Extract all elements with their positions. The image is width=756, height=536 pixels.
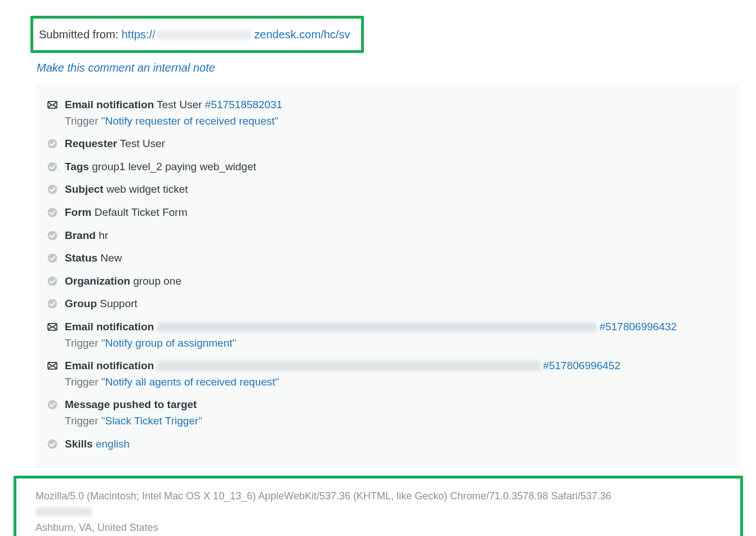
event-line1: Group Support — [65, 296, 730, 312]
trigger-link[interactable]: Notify group of assignment — [105, 337, 233, 349]
event-label: Requester — [65, 138, 117, 149]
svg-point-4 — [48, 208, 57, 218]
event-label: Tags — [65, 161, 89, 172]
check-icon — [47, 230, 58, 241]
event-value: web widget ticket — [106, 183, 188, 195]
check-icon — [47, 399, 58, 410]
event-body: Email notification Test User #5175185820… — [65, 98, 730, 129]
make-internal-note-link[interactable]: Make this comment an internal note — [37, 61, 215, 74]
trigger-label: Trigger — [65, 337, 98, 349]
event-line1: Message pushed to target — [65, 397, 730, 413]
event-label: Form — [65, 206, 92, 218]
ticket-events-section: Submitted from: https:// zendesk.com/hc/… — [0, 0, 756, 536]
requester-location: Ashburn, VA, United States — [35, 520, 729, 536]
submitted-from-row: Submitted from: https:// zendesk.com/hc/… — [39, 26, 350, 42]
event-row: Email notification Test User #5175185820… — [47, 94, 730, 132]
event-trigger-line: Trigger "Notify all agents of received r… — [65, 375, 730, 390]
svg-point-7 — [48, 276, 57, 286]
event-line1: Organization group one — [65, 274, 730, 289]
event-value: Test User — [157, 99, 202, 110]
requester-meta-highlight: Mozilla/5.0 (Macintosh; Intel Mac OS X 1… — [14, 476, 743, 536]
event-trigger-line: Trigger "Notify group of assignment" — [65, 336, 730, 351]
event-label: Status — [65, 252, 97, 264]
trigger-link[interactable]: Notify all agents of received request — [105, 376, 275, 388]
event-label: Email notification — [65, 360, 154, 371]
event-body: Message pushed to targetTrigger "Slack T… — [65, 397, 730, 428]
event-value: New — [100, 252, 122, 264]
event-label: Group — [65, 298, 97, 309]
event-row: Subject web widget ticket — [47, 178, 730, 201]
redacted-recipients — [157, 322, 597, 332]
svg-point-2 — [48, 162, 57, 171]
event-line1: Skills english — [65, 437, 730, 452]
event-row: Status New — [47, 247, 730, 270]
event-value: hr — [99, 229, 108, 241]
mail-icon — [47, 99, 58, 110]
check-icon — [47, 207, 58, 218]
check-icon — [47, 184, 58, 195]
event-label: Email notification — [65, 99, 154, 110]
event-body: Brand hr — [65, 228, 730, 243]
mail-icon — [47, 321, 58, 333]
svg-point-11 — [48, 400, 57, 410]
event-id-link[interactable]: #517518582031 — [205, 99, 282, 110]
event-value: Support — [100, 298, 137, 309]
event-body: Subject web widget ticket — [65, 182, 730, 197]
svg-point-5 — [48, 231, 57, 240]
check-icon — [47, 438, 58, 450]
svg-point-1 — [48, 139, 57, 149]
user-agent: Mozilla/5.0 (Macintosh; Intel Mac OS X 1… — [35, 489, 729, 504]
trigger-label: Trigger — [65, 115, 98, 127]
submitted-from-url[interactable]: https:// zendesk.com/hc/sv — [122, 28, 350, 41]
check-icon — [47, 161, 58, 172]
event-label: Message pushed to target — [65, 398, 197, 410]
event-value: group1 level_2 paying web_widget — [92, 161, 256, 172]
event-body: Tags group1 level_2 paying web_widget — [65, 160, 730, 175]
event-row: Skills english — [47, 433, 730, 456]
event-trigger-line: Trigger "Slack Ticket Trigger" — [65, 414, 730, 429]
event-body: Skills english — [65, 437, 730, 452]
event-label: Email notification — [65, 321, 154, 333]
events-panel: Email notification Test User #5175185820… — [37, 83, 740, 468]
event-body: Requester Test User — [65, 136, 730, 152]
check-icon — [47, 253, 58, 264]
requester-ip — [35, 504, 729, 520]
mail-icon — [47, 360, 58, 371]
event-line1: Requester Test User — [65, 136, 730, 152]
svg-point-6 — [48, 254, 57, 263]
check-icon — [47, 276, 58, 287]
event-row: Organization group one — [47, 270, 730, 293]
event-body: Email notification #517806996452Trigger … — [65, 358, 730, 389]
event-line1: Brand hr — [65, 228, 730, 243]
event-body: Organization group one — [65, 274, 730, 289]
event-value: Test User — [120, 138, 165, 149]
event-id-link[interactable]: #517806996432 — [599, 321, 677, 333]
event-body: Form Default Ticket Form — [65, 205, 730, 220]
event-label: Brand — [65, 229, 96, 241]
trigger-link[interactable]: Notify requester of received request — [105, 115, 275, 127]
event-line1: Email notification #517806996432 — [65, 320, 730, 335]
event-row: Form Default Ticket Form — [47, 201, 730, 224]
make-internal-note: Make this comment an internal note — [37, 60, 756, 76]
event-row: Tags group1 level_2 paying web_widget — [47, 156, 730, 179]
event-line1: Email notification Test User #5175185820… — [65, 98, 730, 113]
redacted-recipients — [157, 361, 540, 371]
event-label: Organization — [65, 275, 130, 287]
event-line1: Tags group1 level_2 paying web_widget — [65, 160, 730, 175]
event-body: Email notification #517806996432Trigger … — [65, 320, 730, 351]
event-value-link[interactable]: english — [96, 438, 130, 450]
event-value: group one — [133, 275, 181, 287]
event-id-link[interactable]: #517806996452 — [543, 360, 620, 371]
event-line1: Status New — [65, 251, 730, 266]
event-line1: Email notification #517806996452 — [65, 358, 730, 374]
event-line1: Subject web widget ticket — [65, 182, 730, 197]
redacted-ip — [35, 507, 92, 516]
event-value: Default Ticket Form — [95, 206, 188, 218]
event-label: Skills — [65, 438, 93, 450]
svg-point-12 — [48, 439, 57, 449]
event-row: Message pushed to targetTrigger "Slack T… — [47, 393, 730, 432]
trigger-label: Trigger — [65, 376, 98, 388]
svg-point-3 — [48, 185, 57, 194]
trigger-label: Trigger — [65, 415, 98, 427]
trigger-link[interactable]: Slack Ticket Trigger — [105, 415, 199, 427]
